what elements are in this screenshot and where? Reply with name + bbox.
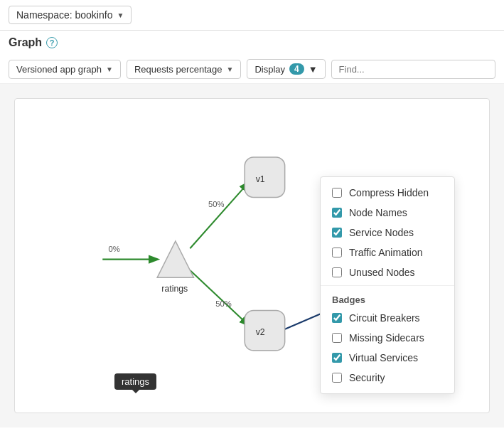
circuit-breakers-label: Circuit Breakers [349, 312, 420, 324]
page-title: Graph [9, 36, 42, 49]
graph-type-label: Versioned app graph [16, 64, 102, 75]
svg-text:v1: v1 [256, 174, 265, 184]
panel-item-virtual-services[interactable]: Virtual Services [321, 348, 454, 368]
svg-text:0%: 0% [108, 245, 119, 253]
compress-hidden-checkbox[interactable] [332, 188, 342, 198]
traffic-animation-label: Traffic Animation [349, 247, 423, 258]
edge-label-chevron-icon: ▼ [226, 65, 233, 73]
panel-item-missing-sidecars[interactable]: Missing Sidecars [321, 328, 454, 348]
security-checkbox[interactable] [332, 373, 342, 383]
unused-nodes-label: Unused Nodes [349, 267, 415, 278]
traffic-animation-checkbox[interactable] [332, 248, 342, 257]
display-dropdown[interactable]: Display 4 ▼ [247, 59, 325, 79]
edge-label-text: Requests percentage [134, 64, 222, 75]
service-nodes-label: Service Nodes [349, 227, 414, 238]
unused-nodes-checkbox[interactable] [332, 267, 342, 277]
badges-section-label: Badges [321, 289, 454, 308]
display-count-badge: 4 [289, 63, 304, 75]
namespace-bar: Namespace: bookinfo ▼ [0, 0, 504, 31]
node-names-checkbox[interactable] [332, 208, 342, 218]
namespace-label: Namespace: bookinfo [16, 9, 112, 21]
panel-item-compress-hidden[interactable]: Compress Hidden [321, 183, 454, 203]
svg-text:v2: v2 [256, 327, 265, 337]
panel-item-security[interactable]: Security [321, 368, 454, 388]
find-input[interactable] [331, 60, 495, 79]
graph-type-chevron-icon: ▼ [106, 65, 113, 73]
namespace-selector[interactable]: Namespace: bookinfo ▼ [9, 6, 132, 24]
missing-sidecars-label: Missing Sidecars [349, 332, 424, 344]
main-content: 50% 50% 0% ratings v1 v2 m 1 [0, 84, 504, 427]
display-chevron-icon: ▼ [309, 64, 318, 75]
security-label: Security [349, 372, 385, 383]
svg-text:50%: 50% [215, 299, 232, 308]
node-names-label: Node Names [349, 207, 407, 218]
virtual-services-label: Virtual Services [349, 352, 418, 363]
svg-line-1 [190, 183, 248, 248]
edge-label-dropdown[interactable]: Requests percentage ▼ [127, 60, 242, 79]
panel-divider [321, 285, 454, 286]
panel-item-circuit-breakers[interactable]: Circuit Breakers [321, 308, 454, 328]
svg-line-2 [190, 270, 248, 325]
virtual-services-checkbox[interactable] [332, 353, 342, 363]
missing-sidecars-checkbox[interactable] [332, 333, 342, 343]
panel-item-traffic-animation[interactable]: Traffic Animation [321, 243, 454, 262]
node-tooltip: ratings [114, 373, 156, 390]
panel-item-node-names[interactable]: Node Names [321, 203, 454, 223]
service-nodes-checkbox[interactable] [332, 228, 342, 238]
graph-type-dropdown[interactable]: Versioned app graph ▼ [9, 60, 121, 79]
toolbar: Versioned app graph ▼ Requests percentag… [0, 55, 504, 84]
circuit-breakers-checkbox[interactable] [332, 313, 342, 323]
graph-header: Graph ? [0, 31, 504, 55]
display-panel: Compress Hidden Node Names Service Nodes… [320, 176, 455, 394]
svg-marker-7 [157, 241, 193, 277]
help-icon[interactable]: ? [46, 37, 58, 48]
display-label: Display [254, 64, 285, 75]
panel-item-service-nodes[interactable]: Service Nodes [321, 223, 454, 243]
svg-text:50%: 50% [208, 200, 225, 208]
compress-hidden-label: Compress Hidden [349, 187, 429, 198]
panel-item-unused-nodes[interactable]: Unused Nodes [321, 262, 454, 282]
namespace-chevron-icon: ▼ [117, 11, 124, 19]
svg-text:ratings: ratings [161, 284, 188, 294]
